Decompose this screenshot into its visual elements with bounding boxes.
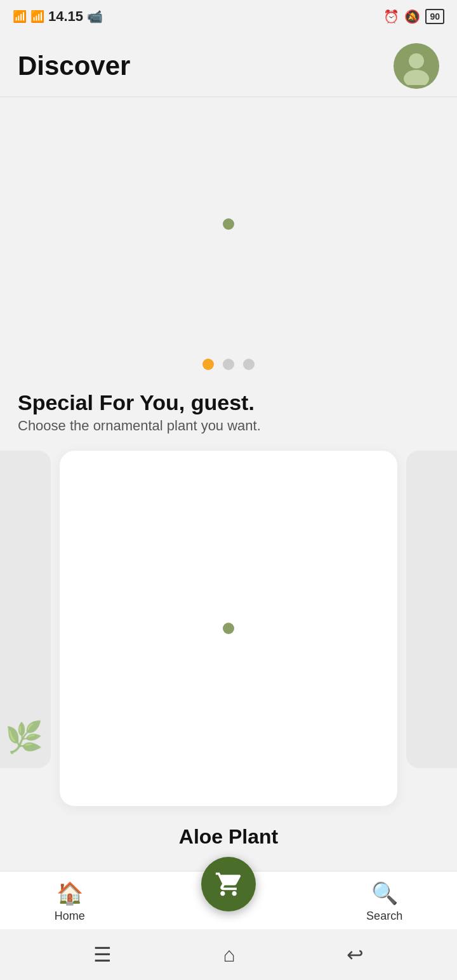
home-nav-icon: 🏠: [56, 880, 83, 906]
leaf-icon: 🌿: [5, 720, 43, 755]
home-nav-label: Home: [55, 910, 85, 923]
carousel-dot-1[interactable]: [202, 359, 214, 370]
section-subtitle: Choose the ornamental plant you want.: [18, 418, 439, 434]
section-title-area: Special For You, guest. Choose the ornam…: [0, 378, 457, 438]
status-bar: 📶 📶 14.15 📹 ⏰ 🔕 90: [0, 0, 457, 33]
status-time: 14.15: [48, 8, 83, 25]
section-title: Special For You, guest.: [18, 390, 439, 415]
page-title: Discover: [18, 51, 130, 81]
system-home-icon[interactable]: ⌂: [223, 943, 235, 967]
side-card-left[interactable]: 🌿: [0, 451, 51, 768]
system-nav-bar: ☰ ⌂ ↩: [0, 929, 457, 980]
camera-icon: 📹: [87, 9, 103, 24]
product-name: Aloe Plant: [179, 825, 278, 848]
app-header: Discover: [0, 33, 457, 97]
status-right: ⏰ 🔕 90: [383, 9, 444, 24]
carousel-dot-2[interactable]: [223, 359, 234, 370]
side-card-right[interactable]: [406, 451, 457, 768]
battery-indicator: 90: [425, 9, 444, 24]
product-cards-container: 🌿: [0, 438, 457, 819]
bell-muted-icon: 🔕: [404, 9, 420, 24]
cart-fab-button[interactable]: [201, 857, 256, 911]
search-nav-icon: 🔍: [371, 880, 398, 906]
carousel-indicators: [0, 351, 457, 378]
system-menu-icon[interactable]: ☰: [93, 943, 112, 967]
hero-center-dot: [223, 218, 234, 230]
avatar[interactable]: [394, 43, 439, 89]
cart-icon: [215, 870, 242, 898]
system-back-icon[interactable]: ↩: [347, 943, 364, 967]
product-card-dot: [223, 623, 234, 634]
alarm-icon: ⏰: [383, 9, 399, 24]
nav-item-search[interactable]: 🔍 Search: [366, 880, 402, 923]
product-name-area: Aloe Plant: [0, 819, 457, 855]
svg-point-0: [409, 53, 424, 69]
nav-item-home[interactable]: 🏠 Home: [55, 880, 85, 923]
main-product-card[interactable]: [60, 451, 397, 806]
carousel-dot-3[interactable]: [243, 359, 255, 370]
status-left: 📶 📶 14.15 📹: [13, 8, 103, 25]
hero-banner: [0, 97, 457, 351]
svg-point-1: [404, 70, 429, 85]
search-nav-label: Search: [366, 910, 402, 923]
signal-4g-2-icon: 📶: [30, 10, 44, 23]
signal-4g-1-icon: 📶: [13, 10, 27, 23]
